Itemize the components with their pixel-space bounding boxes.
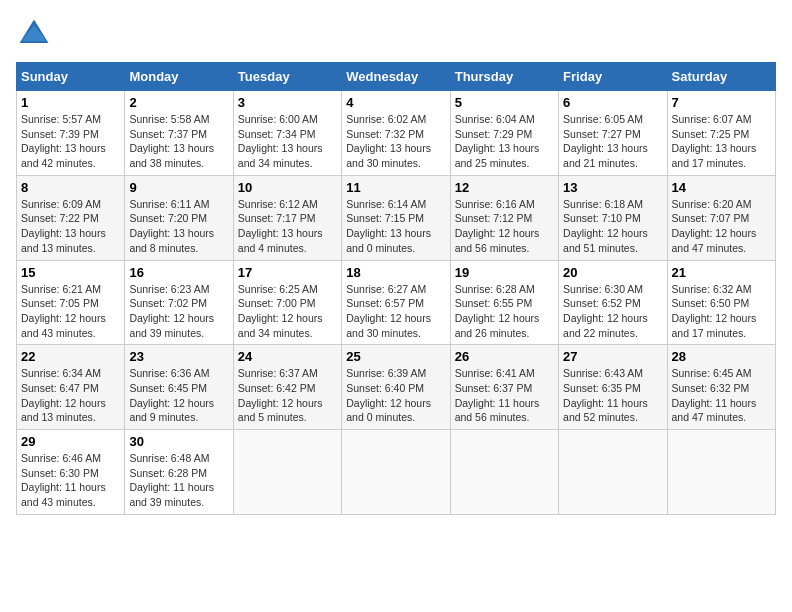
col-header-wednesday: Wednesday [342,63,450,91]
day-info: Sunrise: 5:57 AMSunset: 7:39 PMDaylight:… [21,113,106,169]
day-number: 23 [129,349,228,364]
calendar-cell: 21 Sunrise: 6:32 AMSunset: 6:50 PMDaylig… [667,260,775,345]
day-number: 28 [672,349,771,364]
col-header-sunday: Sunday [17,63,125,91]
day-number: 24 [238,349,337,364]
calendar-cell: 25 Sunrise: 6:39 AMSunset: 6:40 PMDaylig… [342,345,450,430]
day-number: 7 [672,95,771,110]
day-number: 17 [238,265,337,280]
day-number: 15 [21,265,120,280]
col-header-saturday: Saturday [667,63,775,91]
day-number: 11 [346,180,445,195]
calendar-cell: 8 Sunrise: 6:09 AMSunset: 7:22 PMDayligh… [17,175,125,260]
calendar-table: SundayMondayTuesdayWednesdayThursdayFrid… [16,62,776,515]
day-info: Sunrise: 6:12 AMSunset: 7:17 PMDaylight:… [238,198,323,254]
day-number: 18 [346,265,445,280]
day-number: 12 [455,180,554,195]
day-info: Sunrise: 6:05 AMSunset: 7:27 PMDaylight:… [563,113,648,169]
day-info: Sunrise: 6:46 AMSunset: 6:30 PMDaylight:… [21,452,106,508]
calendar-cell [342,430,450,515]
calendar-cell: 30 Sunrise: 6:48 AMSunset: 6:28 PMDaylig… [125,430,233,515]
calendar-cell [559,430,667,515]
day-info: Sunrise: 6:04 AMSunset: 7:29 PMDaylight:… [455,113,540,169]
logo-icon [16,16,52,52]
day-number: 19 [455,265,554,280]
calendar-cell: 13 Sunrise: 6:18 AMSunset: 7:10 PMDaylig… [559,175,667,260]
calendar-cell: 10 Sunrise: 6:12 AMSunset: 7:17 PMDaylig… [233,175,341,260]
day-number: 2 [129,95,228,110]
calendar-cell: 7 Sunrise: 6:07 AMSunset: 7:25 PMDayligh… [667,91,775,176]
day-info: Sunrise: 6:25 AMSunset: 7:00 PMDaylight:… [238,283,323,339]
day-info: Sunrise: 6:00 AMSunset: 7:34 PMDaylight:… [238,113,323,169]
day-number: 27 [563,349,662,364]
svg-marker-1 [21,25,46,41]
day-info: Sunrise: 6:28 AMSunset: 6:55 PMDaylight:… [455,283,540,339]
day-number: 20 [563,265,662,280]
calendar-cell: 9 Sunrise: 6:11 AMSunset: 7:20 PMDayligh… [125,175,233,260]
day-number: 30 [129,434,228,449]
col-header-friday: Friday [559,63,667,91]
calendar-cell: 17 Sunrise: 6:25 AMSunset: 7:00 PMDaylig… [233,260,341,345]
day-number: 26 [455,349,554,364]
day-info: Sunrise: 6:45 AMSunset: 6:32 PMDaylight:… [672,367,757,423]
calendar-cell: 28 Sunrise: 6:45 AMSunset: 6:32 PMDaylig… [667,345,775,430]
day-info: Sunrise: 6:37 AMSunset: 6:42 PMDaylight:… [238,367,323,423]
calendar-cell: 24 Sunrise: 6:37 AMSunset: 6:42 PMDaylig… [233,345,341,430]
day-number: 16 [129,265,228,280]
calendar-cell: 23 Sunrise: 6:36 AMSunset: 6:45 PMDaylig… [125,345,233,430]
day-number: 25 [346,349,445,364]
day-info: Sunrise: 6:43 AMSunset: 6:35 PMDaylight:… [563,367,648,423]
day-info: Sunrise: 6:36 AMSunset: 6:45 PMDaylight:… [129,367,214,423]
calendar-cell: 16 Sunrise: 6:23 AMSunset: 7:02 PMDaylig… [125,260,233,345]
calendar-cell: 5 Sunrise: 6:04 AMSunset: 7:29 PMDayligh… [450,91,558,176]
day-number: 10 [238,180,337,195]
col-header-tuesday: Tuesday [233,63,341,91]
day-number: 29 [21,434,120,449]
calendar-cell: 6 Sunrise: 6:05 AMSunset: 7:27 PMDayligh… [559,91,667,176]
day-info: Sunrise: 6:39 AMSunset: 6:40 PMDaylight:… [346,367,431,423]
day-info: Sunrise: 6:02 AMSunset: 7:32 PMDaylight:… [346,113,431,169]
calendar-cell: 18 Sunrise: 6:27 AMSunset: 6:57 PMDaylig… [342,260,450,345]
day-info: Sunrise: 6:30 AMSunset: 6:52 PMDaylight:… [563,283,648,339]
calendar-cell: 19 Sunrise: 6:28 AMSunset: 6:55 PMDaylig… [450,260,558,345]
calendar-cell: 15 Sunrise: 6:21 AMSunset: 7:05 PMDaylig… [17,260,125,345]
calendar-cell [667,430,775,515]
day-info: Sunrise: 6:11 AMSunset: 7:20 PMDaylight:… [129,198,214,254]
calendar-cell: 1 Sunrise: 5:57 AMSunset: 7:39 PMDayligh… [17,91,125,176]
day-number: 8 [21,180,120,195]
calendar-cell [233,430,341,515]
calendar-cell: 27 Sunrise: 6:43 AMSunset: 6:35 PMDaylig… [559,345,667,430]
day-info: Sunrise: 6:34 AMSunset: 6:47 PMDaylight:… [21,367,106,423]
day-info: Sunrise: 6:23 AMSunset: 7:02 PMDaylight:… [129,283,214,339]
day-number: 9 [129,180,228,195]
day-number: 5 [455,95,554,110]
day-info: Sunrise: 6:20 AMSunset: 7:07 PMDaylight:… [672,198,757,254]
calendar-cell: 12 Sunrise: 6:16 AMSunset: 7:12 PMDaylig… [450,175,558,260]
day-number: 22 [21,349,120,364]
day-info: Sunrise: 6:16 AMSunset: 7:12 PMDaylight:… [455,198,540,254]
day-number: 14 [672,180,771,195]
day-number: 1 [21,95,120,110]
calendar-cell: 11 Sunrise: 6:14 AMSunset: 7:15 PMDaylig… [342,175,450,260]
day-info: Sunrise: 6:14 AMSunset: 7:15 PMDaylight:… [346,198,431,254]
calendar-cell: 20 Sunrise: 6:30 AMSunset: 6:52 PMDaylig… [559,260,667,345]
day-number: 3 [238,95,337,110]
day-number: 21 [672,265,771,280]
day-number: 4 [346,95,445,110]
header [16,16,776,52]
day-info: Sunrise: 6:27 AMSunset: 6:57 PMDaylight:… [346,283,431,339]
day-number: 13 [563,180,662,195]
day-info: Sunrise: 6:41 AMSunset: 6:37 PMDaylight:… [455,367,540,423]
calendar-cell: 14 Sunrise: 6:20 AMSunset: 7:07 PMDaylig… [667,175,775,260]
col-header-monday: Monday [125,63,233,91]
day-number: 6 [563,95,662,110]
calendar-cell [450,430,558,515]
calendar-cell: 3 Sunrise: 6:00 AMSunset: 7:34 PMDayligh… [233,91,341,176]
day-info: Sunrise: 6:09 AMSunset: 7:22 PMDaylight:… [21,198,106,254]
calendar-cell: 22 Sunrise: 6:34 AMSunset: 6:47 PMDaylig… [17,345,125,430]
day-info: Sunrise: 6:21 AMSunset: 7:05 PMDaylight:… [21,283,106,339]
calendar-cell: 29 Sunrise: 6:46 AMSunset: 6:30 PMDaylig… [17,430,125,515]
calendar-cell: 2 Sunrise: 5:58 AMSunset: 7:37 PMDayligh… [125,91,233,176]
calendar-cell: 4 Sunrise: 6:02 AMSunset: 7:32 PMDayligh… [342,91,450,176]
logo [16,16,56,52]
